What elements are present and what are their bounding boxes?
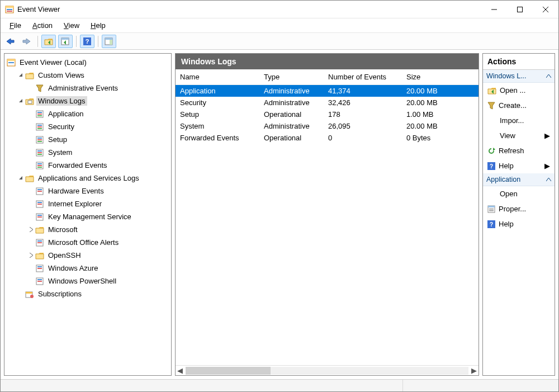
- scroll-right-icon[interactable]: ▶: [470, 366, 479, 375]
- table-cell-name: Application: [176, 85, 259, 97]
- svg-rect-62: [26, 292, 32, 294]
- log-icon: [35, 187, 44, 196]
- table-cell-name: Security: [176, 97, 259, 108]
- svg-rect-70: [489, 209, 494, 210]
- actions-group-windows-logs[interactable]: Windows L...: [483, 70, 555, 83]
- help-button[interactable]: ?: [80, 35, 94, 48]
- tree-wl-system[interactable]: System: [25, 146, 171, 159]
- table-cell-type: Operational: [259, 108, 324, 120]
- tree-label: Internet Explorer: [46, 199, 103, 209]
- action-view[interactable]: View▶: [483, 128, 555, 143]
- log-icon: [35, 148, 44, 157]
- action-create-custom-view[interactable]: Create...: [483, 98, 555, 113]
- tree-wl-setup[interactable]: Setup: [25, 133, 171, 146]
- svg-rect-24: [37, 112, 42, 113]
- svg-text:?: ?: [490, 163, 493, 169]
- properties-icon: [487, 205, 495, 213]
- menubar: File Action View Help: [1, 18, 558, 33]
- open-saved-log-button[interactable]: [41, 35, 56, 48]
- svg-rect-26: [37, 115, 42, 116]
- table-row[interactable]: SystemAdministrative26,09520.00 MB: [176, 120, 479, 132]
- submenu-arrow-icon: ▶: [544, 162, 550, 170]
- center-heading: Windows Logs: [176, 54, 479, 69]
- action-help[interactable]: ?Help▶: [483, 158, 555, 173]
- action-label: Impor...: [500, 116, 550, 125]
- menu-action[interactable]: Action: [27, 20, 58, 31]
- tree-windows-logs[interactable]: Windows Logs: [15, 95, 171, 107]
- collapse-icon[interactable]: [17, 72, 25, 79]
- collapse-icon[interactable]: [17, 97, 25, 105]
- tree-wl-application[interactable]: Application: [25, 107, 171, 120]
- log-icon: [35, 212, 44, 221]
- minimize-button[interactable]: [481, 1, 507, 18]
- svg-rect-3: [7, 11, 12, 12]
- tree-label: System: [46, 148, 74, 157]
- col-events[interactable]: Number of Events: [324, 69, 402, 85]
- forward-button[interactable]: [20, 35, 34, 48]
- tree-root[interactable]: Event Viewer (Local): [4, 56, 171, 69]
- table-row[interactable]: SecurityAdministrative32,42620.00 MB: [176, 97, 479, 108]
- action-open-saved-log[interactable]: Open ...: [483, 83, 555, 98]
- tree-apps-services[interactable]: Applications and Services Logs: [15, 172, 171, 185]
- tree-label: Subscriptions: [36, 289, 83, 299]
- tree-as-kms[interactable]: Key Management Service: [25, 210, 171, 223]
- show-action-pane-button[interactable]: [102, 35, 116, 48]
- svg-rect-41: [37, 165, 42, 166]
- close-button[interactable]: [533, 1, 558, 18]
- tree-custom-views[interactable]: Custom Views: [15, 69, 171, 82]
- tree-label: Windows Azure: [46, 263, 100, 273]
- tree-as-powershell[interactable]: Windows PowerShell: [25, 275, 171, 287]
- menu-view[interactable]: View: [58, 20, 85, 31]
- expand-icon[interactable]: [27, 252, 35, 259]
- menu-help[interactable]: Help: [85, 20, 111, 31]
- tree-wl-forwarded[interactable]: Forwarded Events: [25, 159, 171, 172]
- action-help-2[interactable]: ?Help: [483, 216, 555, 232]
- tree-as-openssh[interactable]: OpenSSH: [25, 249, 171, 262]
- col-name[interactable]: Name: [176, 69, 259, 85]
- help-icon: ?: [487, 162, 495, 170]
- col-type[interactable]: Type: [259, 69, 324, 85]
- properties-button[interactable]: [58, 35, 73, 48]
- logs-list: Name Type Number of Events Size Applicat…: [176, 69, 479, 365]
- action-import-custom-view[interactable]: Impor...: [483, 113, 555, 128]
- tree-as-office[interactable]: Microsoft Office Alerts: [25, 236, 171, 249]
- tree-administrative-events[interactable]: Administrative Events: [25, 82, 171, 95]
- table-row[interactable]: ApplicationAdministrative41,37420.00 MB: [176, 85, 479, 97]
- svg-rect-5: [518, 7, 523, 12]
- svg-rect-36: [37, 150, 42, 152]
- tree-as-ie[interactable]: Internet Explorer: [25, 197, 171, 210]
- tree-as-hardware[interactable]: Hardware Events: [25, 185, 171, 197]
- menu-file[interactable]: File: [4, 20, 27, 31]
- collapse-icon[interactable]: [17, 174, 25, 182]
- action-label: Help: [499, 220, 550, 228]
- folder-icon: [35, 251, 44, 260]
- table-row[interactable]: Forwarded EventsOperational00 Bytes: [176, 132, 479, 144]
- expand-icon[interactable]: [27, 226, 35, 234]
- toolbar-separator: [37, 36, 38, 47]
- tree-subscriptions[interactable]: Subscriptions: [15, 287, 171, 300]
- action-open[interactable]: Open: [483, 186, 555, 201]
- action-label: View: [500, 131, 541, 140]
- tree-label: Windows PowerShell: [46, 276, 118, 286]
- scroll-left-icon[interactable]: ◀: [176, 366, 184, 375]
- table-row[interactable]: SetupOperational1781.00 MB: [176, 108, 479, 120]
- back-button[interactable]: [3, 35, 17, 48]
- table-cell-size: 0 Bytes: [402, 132, 479, 144]
- statusbar: [1, 379, 558, 391]
- table-cell-size: 20.00 MB: [402, 120, 479, 132]
- scroll-thumb[interactable]: [186, 367, 271, 375]
- actions-group-application[interactable]: Application: [483, 173, 555, 186]
- tree-wl-security[interactable]: Security: [25, 120, 171, 133]
- action-properties[interactable]: Proper...: [483, 201, 555, 216]
- maximize-button[interactable]: [507, 1, 533, 18]
- action-label: Help: [499, 162, 541, 170]
- svg-rect-40: [37, 163, 42, 164]
- center-pane: Windows Logs Name Type Number of Events …: [175, 53, 479, 376]
- tree-as-microsoft[interactable]: Microsoft: [25, 223, 171, 236]
- tree-as-azure[interactable]: Windows Azure: [25, 262, 171, 275]
- svg-text:?: ?: [490, 221, 493, 228]
- action-refresh[interactable]: Refresh: [483, 143, 555, 158]
- col-size[interactable]: Size: [402, 69, 479, 85]
- horizontal-scrollbar[interactable]: ◀ ▶: [176, 365, 479, 375]
- folder-logs-icon: [25, 97, 34, 106]
